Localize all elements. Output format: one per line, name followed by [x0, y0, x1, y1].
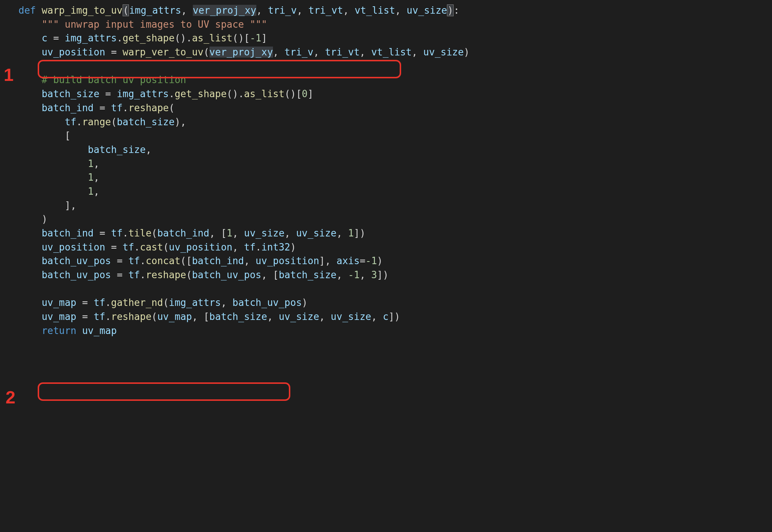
variable: uv_position	[42, 242, 105, 253]
code-line[interactable]: 1,	[18, 157, 772, 171]
param: tri_vt	[308, 5, 343, 16]
param: img_attrs	[129, 5, 181, 16]
variable: uv_map	[82, 325, 117, 336]
method: get_shape	[123, 33, 175, 44]
method: reshape	[128, 102, 169, 113]
variable: batch_ind	[42, 102, 94, 113]
module: tf	[111, 102, 122, 113]
number: 1	[227, 228, 233, 239]
argument: tri_vt	[325, 47, 360, 58]
code-line[interactable]: batch_ind = tf.reshape(	[18, 101, 772, 115]
variable: img_attrs	[65, 33, 117, 44]
param: tri_v	[268, 5, 297, 16]
variable: c	[42, 33, 48, 44]
method: as_list	[244, 88, 285, 99]
variable: batch_ind	[42, 228, 94, 239]
module: tf	[128, 255, 140, 266]
argument: batch_uv_pos	[232, 297, 302, 308]
param: ver_proj_xy	[193, 5, 256, 16]
code-line[interactable]: [	[18, 129, 772, 143]
number: 0	[302, 88, 308, 99]
param: vt_list	[355, 5, 395, 16]
number: -1	[365, 255, 377, 266]
code-line[interactable]: 1,	[18, 185, 772, 199]
argument: batch_uv_pos	[192, 269, 262, 280]
argument: uv_size	[331, 311, 371, 322]
code-line[interactable]: uv_map = tf.reshape(uv_map, [batch_size,…	[18, 310, 772, 324]
code-line[interactable]: uv_map = tf.gather_nd(img_attrs, batch_u…	[18, 296, 772, 310]
keyword-return: return	[42, 325, 76, 336]
module: tf	[128, 269, 140, 280]
number: 1	[348, 228, 354, 239]
code-line[interactable]: 1,	[18, 171, 772, 185]
code-line[interactable]: batch_size,	[18, 143, 772, 157]
kwarg: axis	[337, 255, 360, 266]
variable: uv_position	[42, 47, 105, 58]
paren-open: (	[123, 4, 129, 16]
code-line[interactable]: ],	[18, 199, 772, 213]
variable: batch_uv_pos	[42, 269, 111, 280]
number: -1	[348, 269, 359, 280]
argument: uv_size	[279, 311, 319, 322]
variable: batch_size	[88, 144, 146, 155]
function-name: warp_img_to_uv	[42, 5, 123, 16]
number: 1	[88, 158, 94, 169]
code-line[interactable]: tf.range(batch_size),	[18, 115, 772, 129]
variable: uv_map	[42, 311, 76, 322]
argument: uv_size	[423, 47, 464, 58]
argument: tri_v	[284, 47, 313, 58]
code-line-blank[interactable]	[18, 59, 772, 74]
argument: batch_size	[279, 269, 337, 280]
method: as_list	[192, 33, 233, 44]
code-line[interactable]: return uv_map	[18, 324, 772, 338]
code-line[interactable]: # build batch uv position	[18, 73, 772, 87]
argument: batch_ind	[192, 255, 244, 266]
function-call: warp_ver_to_uv	[123, 47, 204, 58]
keyword-def: def	[18, 5, 36, 16]
code-line[interactable]: c = img_attrs.get_shape().as_list()[-1]	[18, 31, 772, 45]
argument: uv_size	[244, 228, 285, 239]
code-editor[interactable]: 1 2 def warp_img_to_uv(img_attrs, ver_pr…	[0, 0, 772, 342]
variable: img_attrs	[117, 88, 169, 99]
module: tf	[94, 311, 105, 322]
method: reshape	[146, 269, 186, 280]
method: reshape	[111, 311, 151, 322]
code-line[interactable]: def warp_img_to_uv(img_attrs, ver_proj_x…	[18, 4, 772, 18]
paren-close: ):	[447, 4, 459, 16]
annotation-box-2	[38, 382, 290, 401]
argument: batch_size	[117, 116, 175, 127]
docstring: """ unwrap input images to UV space """	[42, 19, 267, 30]
variable: uv_map	[42, 297, 76, 308]
code-line[interactable]: )	[18, 212, 772, 226]
code-line-blank[interactable]	[18, 282, 772, 296]
comment: # build batch uv position	[42, 74, 186, 85]
code-line[interactable]: batch_uv_pos = tf.concat([batch_ind, uv_…	[18, 254, 772, 268]
argument: uv_map	[157, 311, 192, 322]
code-line[interactable]: batch_uv_pos = tf.reshape(batch_uv_pos, …	[18, 268, 772, 282]
attribute: int32	[262, 242, 290, 253]
argument: vt_list	[371, 47, 412, 58]
code-line[interactable]: uv_position = tf.cast(uv_position, tf.in…	[18, 241, 772, 255]
annotation-label-1: 1	[4, 62, 14, 88]
param: uv_size	[407, 5, 447, 16]
variable: batch_size	[42, 88, 100, 99]
variable: batch_uv_pos	[42, 255, 111, 266]
code-line[interactable]: """ unwrap input images to UV space """	[18, 18, 772, 32]
code-line[interactable]: batch_ind = tf.tile(batch_ind, [1, uv_si…	[18, 226, 772, 241]
argument: uv_position	[256, 255, 319, 266]
argument: batch_size	[209, 311, 267, 322]
module: tf	[123, 242, 134, 253]
argument: ver_proj_xy	[209, 47, 273, 58]
code-line[interactable]: uv_position = warp_ver_to_uv(ver_proj_xy…	[18, 45, 772, 59]
number: 3	[371, 269, 377, 280]
code-line[interactable]: batch_size = img_attrs.get_shape().as_li…	[18, 87, 772, 101]
method: gather_nd	[111, 297, 163, 308]
method: tile	[128, 228, 151, 239]
argument: batch_ind	[157, 228, 209, 239]
method: concat	[146, 255, 180, 266]
number: 1	[88, 172, 94, 183]
number: -1	[250, 33, 261, 44]
module: tf	[111, 228, 122, 239]
annotation-label-2: 2	[6, 385, 16, 410]
method: cast	[140, 242, 163, 253]
